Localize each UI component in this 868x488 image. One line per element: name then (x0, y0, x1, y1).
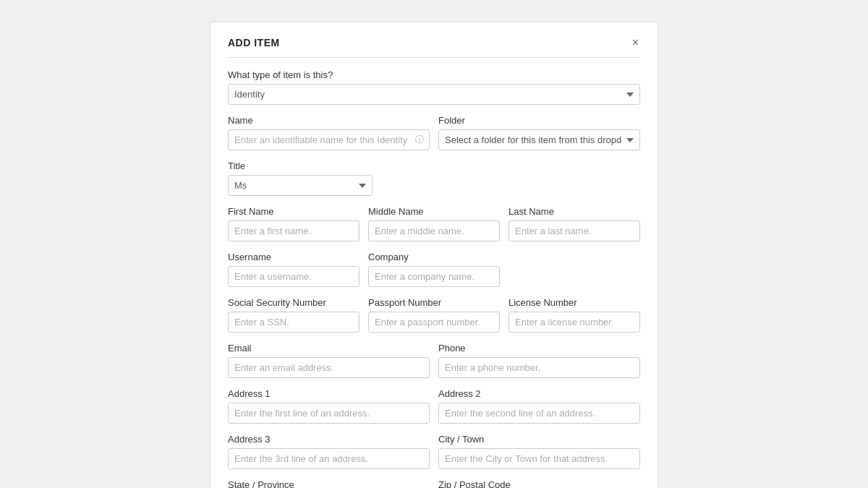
city-group: City / Town (438, 434, 640, 469)
name-label: Name (228, 115, 430, 126)
passport-label: Passport Number (368, 297, 500, 308)
passport-input[interactable] (368, 312, 500, 333)
name-folder-row: Name ⓘ Folder Select a folder for this i… (228, 115, 640, 150)
address12-row: Address 1 Address 2 (228, 388, 640, 424)
title-group: Title Mr Mrs Ms Dr Prof (228, 160, 373, 196)
state-label: State / Province (228, 479, 430, 488)
middle-name-label: Middle Name (368, 206, 500, 217)
address1-group: Address 1 (228, 388, 430, 424)
email-input[interactable] (228, 357, 430, 378)
passport-group: Passport Number (368, 297, 500, 333)
title-select[interactable]: Mr Mrs Ms Dr Prof (228, 175, 373, 196)
folder-label: Folder (438, 115, 640, 126)
phone-input[interactable] (438, 357, 640, 378)
license-label: License Number (509, 297, 640, 308)
username-label: Username (228, 252, 359, 262)
name-row: First Name Middle Name Last Name (228, 206, 640, 241)
first-name-input[interactable] (228, 221, 359, 241)
add-item-modal: ADD ITEM × What type of item is this? Id… (210, 22, 658, 488)
state-group: State / Province (228, 479, 430, 488)
address3-group: Address 3 (228, 434, 430, 469)
item-type-group: What type of item is this? Identity Logi… (228, 69, 640, 105)
modal-title: ADD ITEM (228, 37, 280, 48)
email-label: Email (228, 343, 430, 354)
zip-group: Zip / Postal Code (438, 479, 640, 488)
company-label: Company (368, 252, 500, 262)
ssn-input[interactable] (228, 312, 359, 333)
first-name-group: First Name (228, 206, 359, 241)
address1-label: Address 1 (228, 388, 430, 399)
last-name-label: Last Name (509, 206, 640, 217)
zip-label: Zip / Postal Code (438, 479, 640, 488)
ssn-label: Social Security Number (228, 297, 359, 308)
close-button[interactable]: × (631, 37, 640, 48)
last-name-input[interactable] (509, 221, 640, 241)
item-type-label: What type of item is this? (228, 69, 640, 80)
middle-name-group: Middle Name (368, 206, 500, 241)
license-group: License Number (509, 297, 640, 333)
address1-input[interactable] (228, 403, 430, 424)
city-input[interactable] (438, 448, 640, 469)
phone-group: Phone (438, 343, 640, 378)
first-name-label: First Name (228, 206, 359, 217)
middle-name-input[interactable] (368, 221, 500, 241)
address3-label: Address 3 (228, 434, 430, 445)
address2-label: Address 2 (438, 388, 640, 399)
address3-input[interactable] (228, 448, 430, 469)
ssn-group: Social Security Number (228, 297, 359, 333)
state-zip-row: State / Province Zip / Postal Code (228, 479, 640, 488)
username-group: Username (228, 252, 359, 287)
email-phone-row: Email Phone (228, 343, 640, 378)
address3-city-row: Address 3 City / Town (228, 434, 640, 469)
username-company-row: Username Company (228, 252, 640, 287)
phone-label: Phone (438, 343, 640, 354)
username-input[interactable] (228, 266, 359, 287)
company-input[interactable] (368, 266, 500, 287)
name-input[interactable] (228, 129, 430, 150)
modal-header: ADD ITEM × (228, 37, 640, 58)
name-input-wrapper: ⓘ (228, 129, 430, 150)
name-group: Name ⓘ (228, 115, 430, 150)
email-group: Email (228, 343, 430, 378)
folder-select[interactable]: Select a folder for this item from this … (438, 129, 640, 150)
title-label: Title (228, 160, 373, 171)
id-numbers-row: Social Security Number Passport Number L… (228, 297, 640, 333)
address2-input[interactable] (438, 403, 640, 424)
company-group: Company (368, 252, 500, 287)
license-input[interactable] (509, 312, 640, 333)
info-icon: ⓘ (415, 134, 424, 146)
last-name-group: Last Name (509, 206, 640, 241)
item-type-select[interactable]: Identity Login Card Note (228, 84, 640, 105)
address2-group: Address 2 (438, 388, 640, 424)
city-label: City / Town (438, 434, 640, 445)
folder-group: Folder Select a folder for this item fro… (438, 115, 640, 150)
